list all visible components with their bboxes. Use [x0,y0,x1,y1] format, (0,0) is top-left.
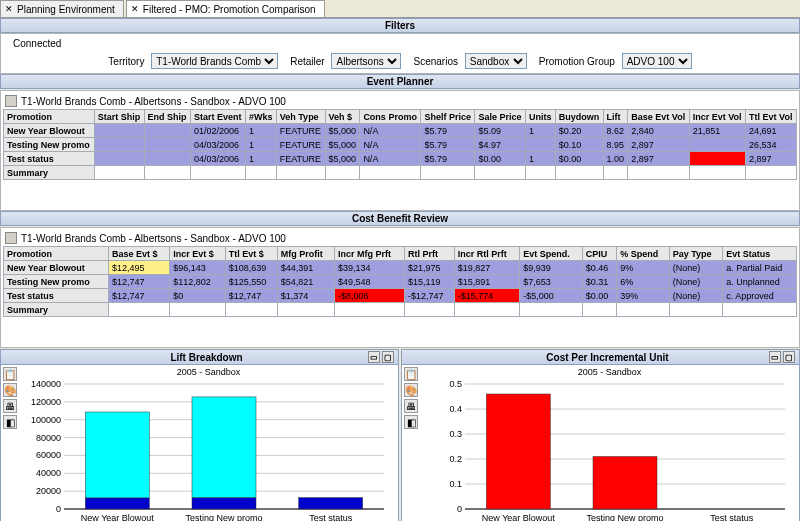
print-icon[interactable]: 🖶 [404,399,418,413]
column-header[interactable]: Incr Mfg Prft [335,247,405,261]
table-row[interactable]: Testing New promo$12,747$112,802$125,550… [4,275,797,289]
print-icon[interactable]: 🖶 [3,399,17,413]
chart-type-icon[interactable]: ◧ [3,415,17,429]
svg-text:120000: 120000 [31,397,61,407]
svg-text:0: 0 [56,504,61,514]
chart-config-icon[interactable]: ▭ [368,351,380,363]
tab-label: Filtered - PMO: Promotion Comparison [143,4,316,15]
grid-icon[interactable] [5,95,17,107]
svg-rect-41 [593,457,657,510]
svg-text:20000: 20000 [36,486,61,496]
svg-text:New Year Blowout: New Year Blowout [81,513,155,521]
table-row[interactable]: Test status04/03/20061FEATURE$5,000N/A$5… [4,152,797,166]
svg-text:140000: 140000 [31,379,61,389]
copy-icon[interactable]: 📋 [404,367,418,381]
table-row[interactable]: New Year Blowout$12,495$96,143$108,639$4… [4,261,797,275]
chart-title: Lift Breakdown [170,352,242,363]
column-header[interactable]: Promotion [4,110,95,124]
table-row[interactable]: Test status$12,747$0$12,747$1,374-$8,006… [4,289,797,303]
svg-text:New Year Blowout: New Year Blowout [482,513,556,521]
tab-planning-environment[interactable]: ✕ Planning Environment [0,0,124,17]
svg-rect-39 [486,394,550,509]
palette-icon[interactable]: 🎨 [3,383,17,397]
lift-breakdown-chart: 020000400006000080000100000120000140000N… [19,379,389,521]
event-planner-subtitle: T1-World Brands Comb - Albertsons - Sand… [21,96,286,107]
palette-icon[interactable]: 🎨 [404,383,418,397]
close-icon[interactable]: ✕ [131,4,139,14]
cost-benefit-grid[interactable]: PromotionBase Evt $Incr Evt $Ttl Evt $Mf… [3,246,797,317]
column-header[interactable]: Rtl Prft [405,247,455,261]
chart-maximize-icon[interactable]: ▢ [783,351,795,363]
column-header[interactable]: Incr Rtl Prft [454,247,519,261]
column-header[interactable]: Shelf Price [421,110,475,124]
table-row[interactable]: New Year Blowout01/02/20061FEATURE$5,000… [4,124,797,138]
svg-text:80000: 80000 [36,433,61,443]
column-header[interactable]: Veh $ [325,110,360,124]
svg-rect-21 [192,397,256,498]
column-header[interactable]: Base Evt $ [108,247,169,261]
cpiu-chart: 00.10.20.30.40.5New Year BlowoutTesting … [420,379,790,521]
retailer-select[interactable]: Albertsons [331,53,401,69]
column-header[interactable]: Start Ship [94,110,144,124]
svg-text:100000: 100000 [31,415,61,425]
svg-text:0.5: 0.5 [449,379,462,389]
column-header[interactable]: End Ship [144,110,190,124]
scenarios-label: Scenarios [413,56,457,67]
column-header[interactable]: Ttl Evt $ [225,247,277,261]
column-header[interactable]: Promotion [4,247,109,261]
cost-benefit-panel: T1-World Brands Comb - Albertsons - Sand… [0,227,800,348]
chart-toolbar: 📋 🎨 🖶 ◧ [1,365,19,521]
lift-breakdown-panel: Lift Breakdown ▭ ▢ 📋 🎨 🖶 ◧ 2005 - Sandbo… [0,349,399,521]
column-header[interactable]: Lift [603,110,628,124]
grid-icon[interactable] [5,232,17,244]
connection-status: Connected [7,36,793,51]
chart-maximize-icon[interactable]: ▢ [382,351,394,363]
svg-rect-18 [85,412,149,498]
chart-subtitle: 2005 - Sandbox [19,365,398,379]
column-header[interactable]: Base Evt Vol [628,110,689,124]
column-header[interactable]: Incr Evt $ [170,247,226,261]
close-icon[interactable]: ✕ [5,4,13,14]
svg-text:Testing New promo: Testing New promo [586,513,663,521]
column-header[interactable]: Sale Price [475,110,525,124]
event-planner-grid[interactable]: PromotionStart ShipEnd ShipStart Event#W… [3,109,797,180]
copy-icon[interactable]: 📋 [3,367,17,381]
column-header[interactable]: Units [525,110,555,124]
column-header[interactable]: Evt Status [723,247,797,261]
filters-title: Filters [0,18,800,33]
column-header[interactable]: Incr Evt Vol [689,110,745,124]
scenarios-select[interactable]: Sandbox [465,53,527,69]
svg-text:Test status: Test status [710,513,754,521]
svg-text:Testing New promo: Testing New promo [185,513,262,521]
promotion-group-label: Promotion Group [539,56,615,67]
table-row[interactable]: Testing New promo04/03/20061FEATURE$5,00… [4,138,797,152]
column-header[interactable]: Buydown [555,110,603,124]
column-header[interactable]: Start Event [191,110,246,124]
column-header[interactable]: Pay Type [669,247,723,261]
chart-config-icon[interactable]: ▭ [769,351,781,363]
svg-rect-20 [192,498,256,509]
filters-panel: Connected Territory T1-World Brands Comb… [0,33,800,74]
table-row[interactable]: Summary [4,166,797,180]
tab-filtered-pmo[interactable]: ✕ Filtered - PMO: Promotion Comparison [126,0,325,17]
column-header[interactable]: Cons Promo [360,110,421,124]
column-header[interactable]: Mfg Profit [277,247,334,261]
cpiu-panel: Cost Per Incremental Unit ▭ ▢ 📋 🎨 🖶 ◧ 20… [401,349,800,521]
table-row[interactable]: Summary [4,303,797,317]
column-header[interactable]: % Spend [617,247,670,261]
event-planner-panel: T1-World Brands Comb - Albertsons - Sand… [0,90,800,211]
column-header[interactable]: Ttl Evt Vol [746,110,797,124]
cost-benefit-title: Cost Benefit Review [0,211,800,226]
chart-type-icon[interactable]: ◧ [404,415,418,429]
territory-select[interactable]: T1-World Brands Comb [151,53,278,69]
column-header[interactable]: #Wks [246,110,277,124]
promotion-group-select[interactable]: ADVO 100 [622,53,692,69]
column-header[interactable]: Veh Type [276,110,325,124]
chart-title: Cost Per Incremental Unit [546,352,668,363]
territory-label: Territory [108,56,144,67]
event-planner-title: Event Planner [0,74,800,89]
chart-subtitle: 2005 - Sandbox [420,365,799,379]
column-header[interactable]: CPIU [582,247,616,261]
svg-text:60000: 60000 [36,450,61,460]
column-header[interactable]: Evt Spend. [520,247,583,261]
